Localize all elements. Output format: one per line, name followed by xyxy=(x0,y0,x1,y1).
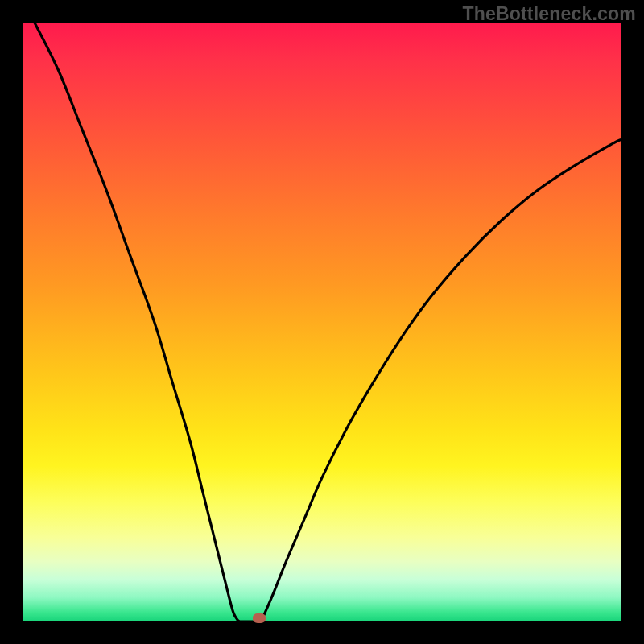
plot-area xyxy=(23,23,621,621)
watermark-text: TheBottleneck.com xyxy=(462,3,636,25)
curve-layer xyxy=(23,23,621,621)
chart-container: TheBottleneck.com xyxy=(0,0,644,644)
bottleneck-curve xyxy=(35,23,621,622)
optimal-point-marker xyxy=(253,613,266,623)
